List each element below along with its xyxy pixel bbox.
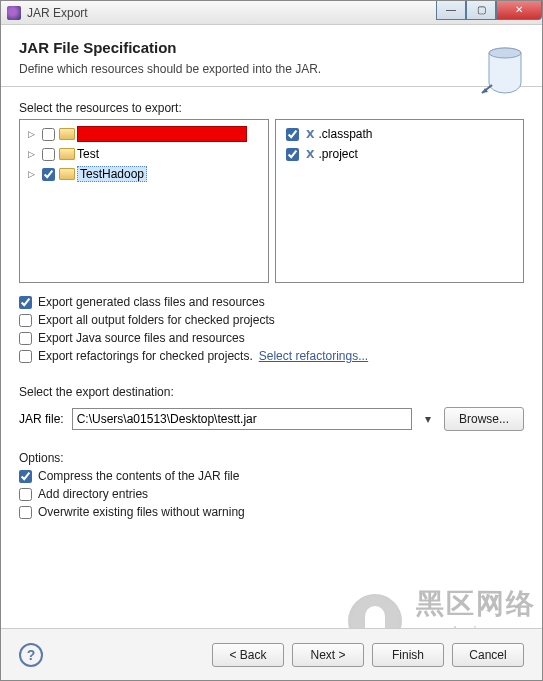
expander-icon[interactable]: ▷	[28, 149, 38, 159]
folder-icon	[59, 128, 75, 140]
resource-panes: ▷ ▷ Test ▷ TestHadoop .clas	[19, 119, 524, 283]
expander-icon[interactable]: ▷	[28, 169, 38, 179]
help-button[interactable]: ?	[19, 643, 43, 667]
option-label: Compress the contents of the JAR file	[38, 469, 239, 483]
minimize-button[interactable]: —	[436, 0, 466, 20]
list-item[interactable]: .project	[278, 144, 522, 164]
option-row[interactable]: Overwrite existing files without warning	[19, 505, 524, 519]
list-item[interactable]: .classpath	[278, 124, 522, 144]
directory-entries-checkbox[interactable]	[19, 488, 32, 501]
dropdown-icon[interactable]: ▾	[420, 412, 436, 426]
file-checkbox[interactable]	[286, 128, 299, 141]
cancel-button[interactable]: Cancel	[452, 643, 524, 667]
export-option-row[interactable]: Export Java source files and resources	[19, 331, 524, 345]
file-icon	[303, 148, 317, 161]
maximize-button[interactable]: ▢	[466, 0, 496, 20]
wizard-footer: ? < Back Next > Finish Cancel	[1, 628, 542, 680]
option-label: Add directory entries	[38, 487, 148, 501]
export-output-folders-checkbox[interactable]	[19, 314, 32, 327]
export-option-row[interactable]: Export generated class files and resourc…	[19, 295, 524, 309]
tree-row[interactable]: ▷ TestHadoop	[22, 164, 266, 184]
next-button[interactable]: Next >	[292, 643, 364, 667]
tree-checkbox[interactable]	[42, 168, 55, 181]
compress-checkbox[interactable]	[19, 470, 32, 483]
file-label: .classpath	[319, 127, 373, 141]
wizard-header: JAR File Specification Define which reso…	[1, 25, 542, 87]
export-option-label: Export all output folders for checked pr…	[38, 313, 275, 327]
file-checkbox[interactable]	[286, 148, 299, 161]
jar-file-input[interactable]	[72, 408, 412, 430]
tree-checkbox[interactable]	[42, 148, 55, 161]
file-icon	[303, 128, 317, 141]
tree-label: TestHadoop	[77, 166, 147, 182]
svg-point-1	[489, 48, 521, 58]
window-title: JAR Export	[27, 6, 88, 20]
resources-label: Select the resources to export:	[19, 101, 524, 115]
page-subtitle: Define which resources should be exporte…	[19, 62, 524, 76]
wizard-content: Select the resources to export: ▷ ▷ Test…	[1, 87, 542, 537]
export-option-row[interactable]: Export refactorings for checked projects…	[19, 349, 524, 363]
app-icon	[7, 6, 21, 20]
titlebar: JAR Export — ▢ ✕	[1, 1, 542, 25]
option-row[interactable]: Add directory entries	[19, 487, 524, 501]
destination-row: JAR file: ▾ Browse...	[19, 407, 524, 431]
options-section: Options: Compress the contents of the JA…	[19, 451, 524, 519]
expander-icon[interactable]: ▷	[28, 129, 38, 139]
export-source-checkbox[interactable]	[19, 332, 32, 345]
file-label: .project	[319, 147, 358, 161]
overwrite-checkbox[interactable]	[19, 506, 32, 519]
tree-label-redacted	[77, 126, 247, 142]
export-option-label: Export generated class files and resourc…	[38, 295, 265, 309]
select-refactorings-link[interactable]: Select refactorings...	[259, 349, 368, 363]
export-refactorings-checkbox[interactable]	[19, 350, 32, 363]
tree-checkbox[interactable]	[42, 128, 55, 141]
export-generated-checkbox[interactable]	[19, 296, 32, 309]
export-option-label: Export Java source files and resources	[38, 331, 245, 345]
tree-row[interactable]: ▷ Test	[22, 144, 266, 164]
destination-label: Select the export destination:	[19, 385, 524, 399]
projects-tree[interactable]: ▷ ▷ Test ▷ TestHadoop	[19, 119, 269, 283]
option-label: Overwrite existing files without warning	[38, 505, 245, 519]
finish-button[interactable]: Finish	[372, 643, 444, 667]
folder-icon	[59, 168, 75, 180]
jar-icon	[480, 43, 530, 99]
browse-button[interactable]: Browse...	[444, 407, 524, 431]
options-label: Options:	[19, 451, 524, 465]
destination-section: Select the export destination: JAR file:…	[19, 385, 524, 431]
close-button[interactable]: ✕	[496, 0, 542, 20]
window-controls: — ▢ ✕	[436, 0, 542, 20]
watermark-text: 黑区网络	[410, 585, 536, 623]
export-option-label: Export refactorings for checked projects…	[38, 349, 253, 363]
back-button[interactable]: < Back	[212, 643, 284, 667]
option-row[interactable]: Compress the contents of the JAR file	[19, 469, 524, 483]
folder-icon	[59, 148, 75, 160]
jar-file-label: JAR file:	[19, 412, 64, 426]
files-list[interactable]: .classpath .project	[275, 119, 525, 283]
page-title: JAR File Specification	[19, 39, 524, 56]
tree-label: Test	[77, 147, 99, 161]
export-option-row[interactable]: Export all output folders for checked pr…	[19, 313, 524, 327]
tree-row[interactable]: ▷	[22, 124, 266, 144]
